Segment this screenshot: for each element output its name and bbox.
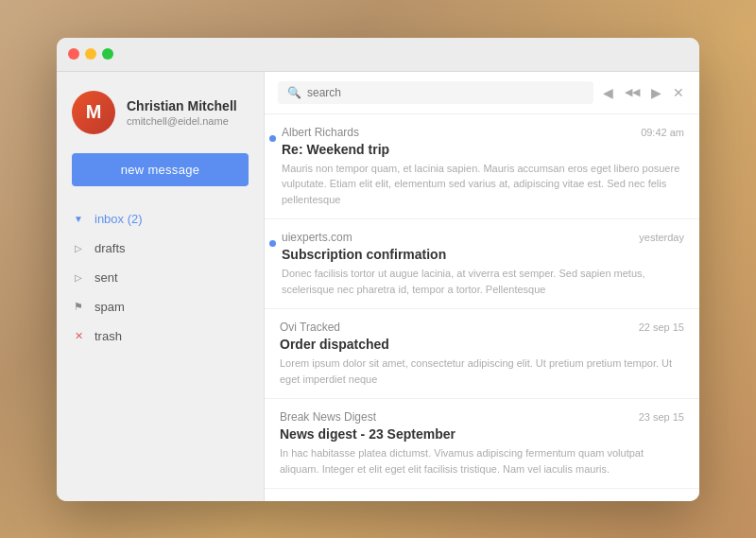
email-item[interactable]: Break News Digest 23 sep 15 News digest … [265, 399, 699, 489]
spam-icon [72, 300, 85, 313]
email-items: Albert Richards 09:42 am Re: Weekend tri… [265, 114, 699, 501]
new-message-button[interactable]: new message [72, 153, 249, 186]
sidebar-item-inbox[interactable]: inbox (2) [57, 205, 264, 233]
email-sender: uiexperts.com [282, 231, 352, 244]
app-window: M Christian Mitchell cmitchell@eidel.nam… [57, 38, 699, 501]
email-time: 23 sep 15 [639, 411, 684, 423]
email-sender: Break News Digest [280, 410, 376, 424]
main-content: M Christian Mitchell cmitchell@eidel.nam… [57, 72, 699, 501]
sidebar-item-trash[interactable]: trash [57, 322, 264, 350]
email-list: 🔍 ◀ ◀◀ ▶ ✕ Albert Richards 09:42 am [265, 72, 699, 501]
user-info: Christian Mitchell cmitchell@eidel.name [127, 97, 237, 126]
traffic-lights [68, 48, 113, 60]
email-preview: Lorem ipsum dolor sit amet, consectetur … [280, 356, 684, 387]
trash-label: trash [94, 329, 122, 343]
sidebar: M Christian Mitchell cmitchell@eidel.nam… [57, 72, 265, 501]
spam-label: spam [94, 300, 125, 314]
back-double-button[interactable]: ◀◀ [623, 84, 642, 100]
back-button[interactable]: ◀ [601, 83, 615, 102]
unread-dot [269, 135, 276, 142]
user-email: cmitchell@eidel.name [127, 115, 237, 127]
forward-button[interactable]: ▶ [649, 83, 663, 102]
title-bar [57, 38, 699, 72]
avatar: M [72, 91, 115, 134]
sidebar-item-sent[interactable]: sent [57, 264, 264, 291]
search-input[interactable] [307, 86, 584, 99]
email-preview: Donec facilisis tortor ut augue lacinia,… [282, 266, 684, 297]
sent-label: sent [94, 270, 118, 285]
email-item[interactable]: Ovi Tracked 22 sep 15 Order dispatched L… [265, 309, 699, 399]
email-preview: Mauris non tempor quam, et lacinia sapie… [282, 161, 684, 208]
sent-icon [72, 270, 85, 284]
email-subject: Subscription confirmation [282, 247, 684, 262]
minimize-button[interactable] [85, 48, 96, 60]
toolbar-icons: ◀ ◀◀ ▶ ✕ [601, 83, 686, 102]
nav-items: inbox (2) drafts sent spam trash [57, 205, 264, 350]
trash-icon [72, 329, 85, 342]
sidebar-item-spam[interactable]: spam [57, 293, 264, 321]
email-toolbar: 🔍 ◀ ◀◀ ▶ ✕ [265, 72, 699, 114]
close-search-button[interactable]: ✕ [671, 83, 686, 102]
close-button[interactable] [68, 48, 79, 60]
email-time: yesterday [639, 232, 684, 243]
unread-dot [269, 240, 276, 247]
user-name: Christian Mitchell [127, 97, 237, 114]
inbox-icon [72, 212, 85, 225]
email-header: Albert Richards 09:42 am [282, 126, 684, 139]
email-header: uiexperts.com yesterday [282, 231, 684, 244]
email-subject: Re: Weekend trip [282, 142, 684, 157]
email-header: Ovi Tracked 22 sep 15 [280, 321, 684, 334]
email-time: 22 sep 15 [639, 321, 684, 333]
user-profile: M Christian Mitchell cmitchell@eidel.nam… [57, 91, 264, 153]
email-subject: Order dispatched [280, 337, 684, 352]
drafts-label: drafts [94, 241, 126, 255]
email-preview: In hac habitasse platea dictumst. Vivamu… [280, 445, 684, 477]
email-item[interactable]: uiexperts.com yesterday Subscription con… [265, 219, 699, 309]
email-time: 09:42 am [641, 127, 684, 138]
email-sender: Albert Richards [282, 126, 359, 139]
search-box: 🔍 [278, 81, 593, 104]
inbox-label: inbox (2) [94, 212, 143, 226]
email-item[interactable]: Albert Richards 09:42 am Re: Weekend tri… [265, 114, 699, 220]
drafts-icon [72, 241, 85, 254]
sidebar-item-drafts[interactable]: drafts [57, 234, 264, 262]
email-subject: News digest - 23 September [280, 426, 684, 442]
email-sender: Ovi Tracked [280, 321, 340, 334]
email-header: Break News Digest 23 sep 15 [280, 410, 684, 424]
search-icon: 🔍 [287, 86, 301, 99]
maximize-button[interactable] [102, 48, 113, 60]
